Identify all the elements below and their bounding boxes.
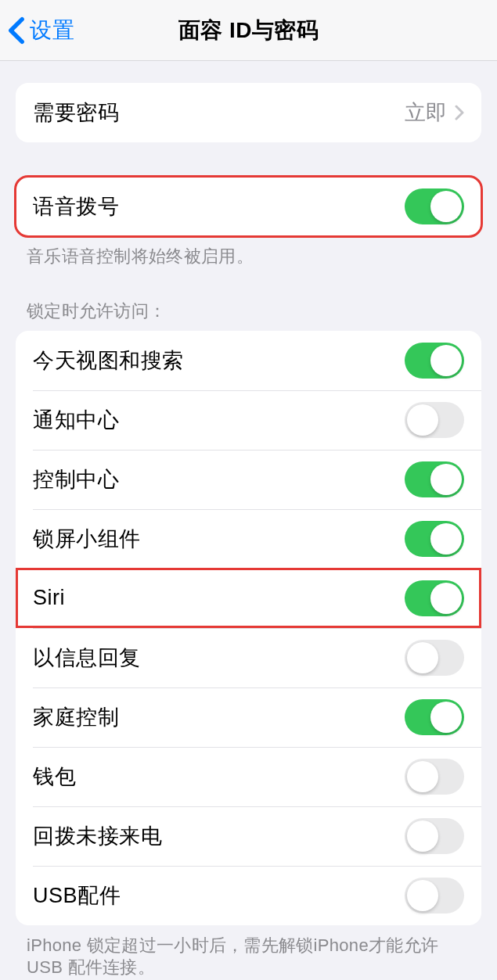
lock-access-toggle[interactable]	[405, 640, 464, 676]
toggle-knob	[430, 523, 462, 555]
voice-dial-toggle[interactable]	[405, 188, 464, 224]
toggle-knob	[430, 464, 462, 495]
lock-access-label: 控制中心	[33, 465, 119, 494]
lock-access-row: 以信息回复	[16, 628, 481, 687]
content: 需要密码 立即 语音拨号 音乐语音控制将始终被启用。 锁定时允许访问： 今天视图…	[0, 83, 497, 979]
lock-access-row: 家庭控制	[16, 687, 481, 747]
lock-access-row: 控制中心	[16, 450, 481, 509]
lock-access-label: 回拨未接来电	[33, 822, 162, 850]
lock-access-label: 家庭控制	[33, 703, 119, 731]
toggle-knob	[407, 404, 438, 436]
chevron-right-icon	[455, 105, 464, 120]
voice-dial-row: 语音拨号	[16, 177, 481, 236]
lock-access-toggle[interactable]	[405, 521, 464, 557]
chevron-left-icon	[8, 16, 25, 45]
toggle-knob	[407, 820, 438, 852]
lock-access-toggle[interactable]	[405, 818, 464, 854]
lock-access-row: Siri	[16, 569, 481, 628]
lock-access-label: 以信息回复	[33, 644, 141, 672]
lock-access-header: 锁定时允许访问：	[0, 268, 497, 331]
lock-access-label: 钱包	[33, 763, 76, 791]
lock-access-label: USB配件	[33, 881, 121, 910]
lock-access-label: 通知中心	[33, 406, 119, 434]
lock-access-group: 今天视图和搜索通知中心控制中心锁屏小组件Siri以信息回复家庭控制钱包回拨未接来…	[16, 331, 481, 925]
lock-access-toggle[interactable]	[405, 461, 464, 497]
lock-access-label: Siri	[33, 586, 65, 610]
lock-access-label: 今天视图和搜索	[33, 346, 184, 375]
toggle-knob	[407, 642, 438, 673]
require-passcode-group: 需要密码 立即	[16, 83, 481, 142]
toggle-knob	[430, 583, 462, 614]
require-passcode-value: 立即	[405, 99, 447, 127]
lock-access-label: 锁屏小组件	[33, 525, 141, 553]
back-label: 设置	[30, 16, 75, 45]
require-passcode-label: 需要密码	[33, 99, 119, 127]
lock-access-row: 今天视图和搜索	[16, 331, 481, 390]
voice-dial-group: 语音拨号	[16, 177, 481, 236]
lock-access-row: USB配件	[16, 866, 481, 925]
toggle-knob	[430, 702, 462, 733]
voice-dial-label: 语音拨号	[33, 192, 119, 221]
toggle-knob	[407, 880, 438, 911]
lock-access-row: 锁屏小组件	[16, 509, 481, 569]
lock-access-toggle[interactable]	[405, 878, 464, 914]
lock-access-toggle[interactable]	[405, 759, 464, 795]
lock-access-toggle[interactable]	[405, 580, 464, 616]
lock-access-toggle[interactable]	[405, 343, 464, 379]
toggle-knob	[407, 761, 438, 792]
back-button[interactable]: 设置	[0, 16, 75, 45]
lock-access-toggle[interactable]	[405, 699, 464, 735]
toggle-knob	[430, 345, 462, 376]
lock-access-toggle[interactable]	[405, 402, 464, 438]
toggle-knob	[430, 191, 462, 222]
voice-dial-footer: 音乐语音控制将始终被启用。	[0, 236, 497, 268]
lock-access-row: 钱包	[16, 747, 481, 806]
lock-access-row: 回拨未接来电	[16, 806, 481, 866]
navbar: 设置 面容 ID与密码	[0, 0, 497, 61]
require-passcode-row[interactable]: 需要密码 立即	[16, 83, 481, 142]
row-right: 立即	[405, 99, 464, 127]
lock-access-row: 通知中心	[16, 390, 481, 450]
lock-access-footer: iPhone 锁定超过一小时后，需先解锁iPhone才能允许USB 配件连接。	[0, 925, 497, 979]
